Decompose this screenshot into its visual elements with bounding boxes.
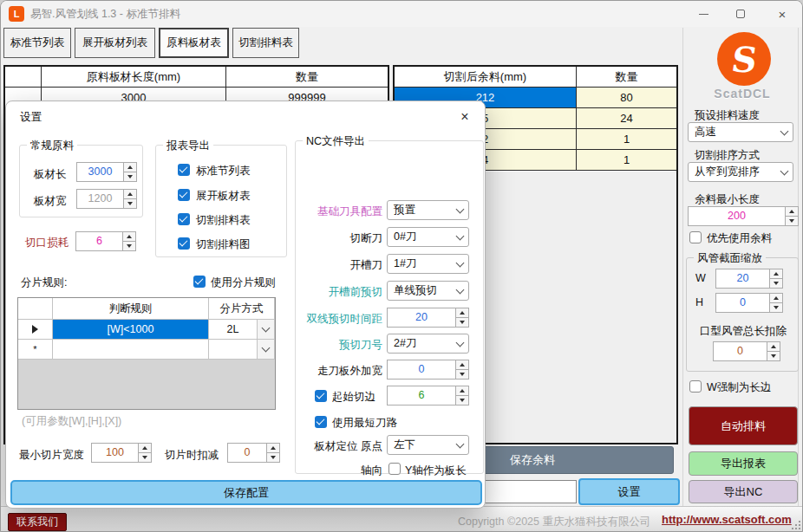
report-cut-nest-table-checkbox[interactable]	[178, 213, 190, 225]
precut-before-groove-select[interactable]: 单线预切	[387, 281, 469, 301]
dialog-close-button[interactable]: ×	[454, 106, 476, 128]
report-unfold-sheet-checkbox[interactable]	[178, 189, 190, 201]
rule-header: 判断规则	[53, 298, 209, 319]
spin-up-icon[interactable]	[786, 207, 798, 217]
spin-up-icon[interactable]	[456, 308, 468, 318]
precut-tool-number-label: 预切刀号	[300, 338, 382, 353]
spin-up-icon[interactable]	[770, 294, 782, 303]
grid-new-row[interactable]: *	[18, 340, 275, 360]
raw-qty-header: 数量	[226, 67, 388, 87]
slice-deduct-stepper[interactable]: 0	[227, 443, 280, 463]
use-slicing-rule-checkbox[interactable]	[193, 276, 206, 288]
chevron-down-icon[interactable]	[257, 320, 274, 339]
chevron-down-icon	[451, 201, 468, 219]
remnant-length-header: 切割后余料(mm)	[395, 67, 577, 87]
sheet-length-stepper[interactable]: 3000	[76, 162, 137, 182]
title-bar: L 易智.风管划线 1.3 - 标准节排料 ×	[1, 1, 803, 27]
report-standard-section-checkbox[interactable]	[178, 164, 190, 176]
minimize-icon	[699, 14, 708, 15]
rule-cell[interactable]	[53, 340, 209, 359]
spin-down-icon[interactable]	[123, 242, 135, 250]
spin-down-icon[interactable]	[770, 279, 782, 288]
spin-up-icon[interactable]	[124, 163, 136, 172]
precut-tool-number-select[interactable]: 2#刀	[387, 334, 469, 354]
sheet-width-stepper[interactable]: 1200	[76, 189, 137, 209]
spin-down-icon[interactable]	[456, 318, 468, 327]
chevron-down-icon	[451, 228, 468, 246]
spin-up-icon[interactable]	[124, 190, 136, 199]
contact-us-button[interactable]: 联系我们	[8, 513, 67, 531]
sheet-origin-select[interactable]: 左下	[387, 435, 469, 455]
report-unfold-sheet-label: 展开板材表	[196, 189, 251, 204]
spin-up-icon[interactable]	[456, 360, 468, 370]
resize-grip[interactable]	[792, 521, 800, 529]
settings-button[interactable]: 设置	[578, 478, 680, 505]
spin-up-icon[interactable]	[139, 444, 151, 453]
rule-cell[interactable]: [W]<1000	[53, 320, 209, 339]
kerf-loss-stepper[interactable]: 6	[75, 231, 136, 251]
tab-raw-sheet-table[interactable]: 原料板材表	[159, 28, 229, 58]
y-axis-as-length-checkbox[interactable]	[388, 463, 401, 475]
tab-standard-section-list[interactable]: 标准节列表	[3, 28, 71, 58]
save-config-button[interactable]: 保存配置	[10, 480, 482, 505]
spin-up-icon[interactable]	[456, 386, 468, 396]
nest-speed-label: 预设排料速度	[695, 108, 760, 123]
spin-down-icon[interactable]	[456, 370, 468, 379]
spin-down-icon[interactable]	[456, 396, 468, 405]
spin-down-icon[interactable]	[139, 453, 151, 462]
mode-cell[interactable]: 2L	[209, 320, 275, 339]
remnant-min-length-stepper[interactable]: 200	[688, 206, 799, 226]
grid-row[interactable]: [W]<1000 2L	[18, 320, 275, 340]
tab-unfold-sheet-list[interactable]: 展开板材列表	[75, 28, 155, 58]
double-precut-gap-stepper[interactable]: 20	[387, 308, 469, 328]
chevron-down-icon[interactable]	[257, 340, 274, 359]
export-report-button[interactable]: 导出报表	[689, 451, 798, 476]
scatdcl-logo-text: ScatDCL	[686, 87, 799, 101]
tab-cut-nest-table[interactable]: 切割排料表	[232, 28, 299, 58]
spin-down-icon[interactable]	[124, 199, 136, 208]
grid-row-header	[18, 298, 53, 319]
cutoff-tool-select[interactable]: 0#刀	[387, 227, 469, 247]
mode-header: 分片方式	[209, 298, 275, 319]
outside-widen-stepper[interactable]: 0	[387, 360, 469, 380]
auto-nest-button[interactable]: 自动排料	[689, 406, 798, 445]
spin-up-icon[interactable]	[770, 269, 782, 279]
close-icon: ×	[460, 109, 468, 125]
close-button[interactable]: ×	[767, 1, 797, 27]
h-stepper[interactable]: 0	[715, 293, 783, 313]
spin-up-icon[interactable]	[267, 444, 279, 453]
w-force-long-checkbox[interactable]	[689, 380, 702, 393]
app-window: L 易智.风管划线 1.3 - 标准节排料 × 标准节列表 展开板材列表 原料板…	[0, 0, 803, 532]
groove-tool-select[interactable]: 1#刀	[387, 254, 469, 274]
w-stepper[interactable]: 20	[715, 269, 783, 289]
duct-total-deduct-stepper[interactable]: 0	[713, 341, 780, 361]
spin-down-icon[interactable]	[267, 453, 279, 462]
spin-down-icon[interactable]	[767, 352, 780, 360]
shortest-path-checkbox[interactable]	[315, 416, 327, 428]
base-tool-config-select[interactable]: 预置	[387, 200, 469, 220]
spin-up-icon[interactable]	[123, 232, 135, 242]
spin-down-icon[interactable]	[786, 217, 798, 225]
settings-dialog: 设置 × 常规原料 板材长 3000 板材宽 1200 切口损耗 6 报表导出	[5, 101, 486, 509]
prefer-remnant-checkbox[interactable]	[689, 231, 702, 243]
min-slice-width-stepper[interactable]: 100	[91, 443, 152, 463]
row-current-icon	[32, 325, 38, 334]
start-trim-label: 起始切边	[332, 390, 375, 405]
spin-down-icon[interactable]	[124, 172, 136, 181]
report-cut-nest-diagram-checkbox[interactable]	[178, 237, 190, 250]
use-slicing-rule-label: 使用分片规则	[211, 276, 276, 290]
remnant-input[interactable]	[485, 480, 577, 503]
report-export-group: 报表导出 标准节列表 展开板材表 切割排料表 切割排料图	[155, 145, 287, 257]
spin-up-icon[interactable]	[767, 342, 780, 352]
nest-speed-select[interactable]: 高速	[688, 122, 793, 142]
start-trim-checkbox[interactable]	[315, 390, 327, 402]
mode-cell[interactable]	[209, 340, 275, 359]
spin-down-icon[interactable]	[770, 303, 782, 312]
export-nc-button[interactable]: 导出NC	[689, 480, 798, 503]
cut-sort-select[interactable]: 从窄到宽排序	[688, 162, 793, 182]
nc-export-group: NC文件导出 基础刀具配置 预置 切断刀 0#刀 开槽刀 1#刀 开槽前预切 单…	[295, 140, 484, 474]
website-link[interactable]: http://www.scatsoft.com	[662, 513, 792, 526]
start-trim-stepper[interactable]: 6	[387, 386, 469, 405]
maximize-button[interactable]	[726, 1, 755, 27]
minimize-button[interactable]	[689, 1, 718, 27]
